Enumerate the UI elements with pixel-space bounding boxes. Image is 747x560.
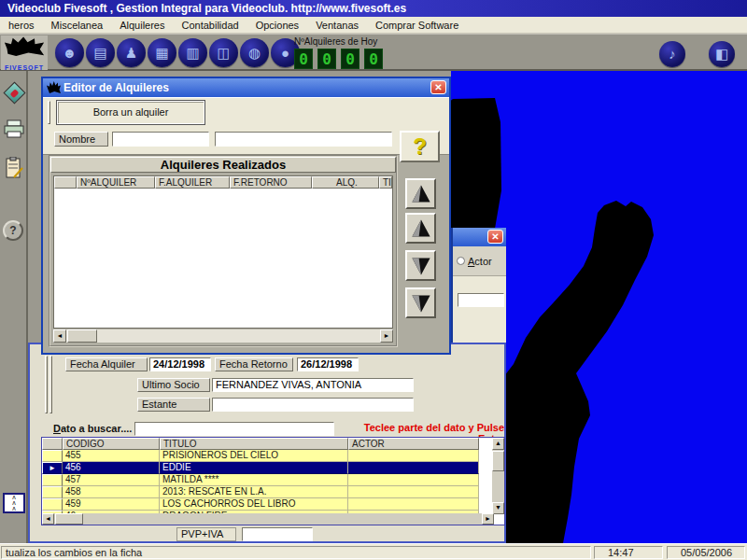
col-titulo[interactable]: TITULO bbox=[379, 176, 392, 189]
up-triangle-icon bbox=[410, 183, 432, 205]
scroll-up-icon[interactable]: ▲ bbox=[492, 438, 504, 450]
scroll-up-button-2[interactable] bbox=[405, 213, 436, 244]
money-icon[interactable]: ◍ bbox=[240, 38, 269, 67]
row-pointer-icon: ► bbox=[42, 462, 63, 474]
music-icon[interactable]: ♪ bbox=[659, 41, 685, 67]
help-question-icon: ? bbox=[413, 133, 427, 159]
col-codigo[interactable]: CODIGO bbox=[63, 438, 160, 450]
gripper[interactable] bbox=[48, 101, 50, 124]
actor-radio-label: Actor bbox=[468, 256, 492, 267]
actor-option-row: Actor bbox=[453, 246, 506, 276]
clipboard-icon[interactable] bbox=[3, 157, 25, 179]
scroll-down-button-1[interactable] bbox=[405, 250, 436, 281]
col-falquiler[interactable]: F.ALQUILER bbox=[155, 176, 230, 189]
grid-header-row: CODIGO TITULO ACTOR bbox=[42, 438, 504, 450]
archive-icon[interactable]: ʌʌʌ bbox=[3, 493, 25, 515]
dialog-titlebar[interactable]: Editor de Alquileres ✕ bbox=[43, 78, 449, 97]
col-titulo[interactable]: TITULO bbox=[160, 438, 348, 450]
scroll-left-icon[interactable]: ◄ bbox=[42, 513, 54, 525]
delete-rental-button[interactable]: Borra un alquiler bbox=[56, 100, 205, 125]
fecha-alquiler-input[interactable]: 24/12/1998 bbox=[149, 357, 211, 371]
table-row-selected[interactable]: ► 456 EDDIE bbox=[42, 462, 504, 474]
actor-window-titlebar[interactable]: ✕ bbox=[453, 228, 506, 246]
status-message: tualiza los cambios en la ficha bbox=[1, 546, 591, 559]
rentals-table-header: NºALQUILER F.ALQUILER F.RETORNO ALQ. TIT… bbox=[54, 176, 392, 189]
fecha-alquiler-label: Fecha Alquiler bbox=[65, 357, 148, 371]
menu-comprar-software[interactable]: Comprar Software bbox=[367, 20, 467, 31]
app-titlebar: Videoclub Fivesoft , Gestion Integral pa… bbox=[0, 0, 747, 17]
rentals-table-title: Alquileres Realizados bbox=[50, 157, 396, 173]
scroll-left-icon[interactable]: ◄ bbox=[53, 329, 66, 343]
member-card-icon[interactable] bbox=[3, 82, 25, 105]
nombre-input-2[interactable] bbox=[215, 132, 392, 147]
actor-radio[interactable] bbox=[457, 257, 465, 265]
actor-input[interactable] bbox=[458, 293, 504, 307]
menu-contabilidad[interactable]: Contabilidad bbox=[173, 20, 247, 31]
scroll-down-button-2[interactable] bbox=[405, 287, 436, 318]
films-grid: CODIGO TITULO ACTOR 455 PRISIONEROS DEL … bbox=[41, 437, 505, 525]
scroll-up-button-1[interactable] bbox=[405, 178, 436, 209]
rentals-table[interactable]: NºALQUILER F.ALQUILER F.RETORNO ALQ. TIT… bbox=[53, 175, 393, 329]
printer-icon[interactable]: ▦ bbox=[148, 38, 176, 67]
members-icon[interactable]: ☻ bbox=[55, 38, 84, 67]
menu-bar: heros Miscelanea Alquileres Contabilidad… bbox=[0, 17, 747, 34]
application-window: Videoclub Fivesoft , Gestion Integral pa… bbox=[0, 0, 747, 560]
table-row[interactable]: 457 MATILDA **** bbox=[42, 474, 504, 486]
pvp-iva-input[interactable] bbox=[242, 527, 313, 541]
status-date: 05/05/2006 bbox=[667, 546, 745, 559]
estante-input[interactable] bbox=[212, 398, 414, 412]
menu-alquileres[interactable]: Alquileres bbox=[111, 20, 173, 31]
rentals-group-panel: Alquileres Realizados NºALQUILER F.ALQUI… bbox=[49, 155, 398, 347]
hscroll-thumb[interactable] bbox=[55, 513, 83, 525]
help-button[interactable]: ? bbox=[400, 131, 440, 162]
camera-icon[interactable]: ◫ bbox=[209, 38, 238, 67]
ultimo-socio-input[interactable]: FERNANDEZ VIVAS, ANTONIA bbox=[212, 378, 414, 392]
hscroll-thumb[interactable] bbox=[67, 329, 97, 343]
search-input[interactable] bbox=[134, 422, 334, 436]
menu-miscelanea[interactable]: Miscelanea bbox=[43, 20, 112, 31]
scroll-right-icon[interactable]: ► bbox=[380, 329, 393, 343]
dialog-close-button[interactable]: ✕ bbox=[430, 80, 446, 94]
table-row[interactable]: 458 2013: RESCATE EN L.A. bbox=[42, 486, 504, 498]
led-digit: 0 bbox=[317, 49, 336, 69]
side-toolbar: ? ʌʌʌ bbox=[0, 71, 28, 543]
rentals-horizontal-scrollbar[interactable]: ◄ ► bbox=[53, 329, 393, 343]
col-fretorno[interactable]: F.RETORNO bbox=[230, 176, 312, 189]
app-title: Videoclub Fivesoft , Gestion Integral pa… bbox=[7, 2, 406, 15]
scroll-right-icon[interactable]: ► bbox=[482, 513, 494, 525]
gripper[interactable] bbox=[45, 356, 48, 413]
actor-close-button[interactable]: ✕ bbox=[487, 230, 503, 244]
led-digit: 0 bbox=[341, 49, 359, 69]
register-icon[interactable]: ▥ bbox=[178, 38, 207, 67]
fecha-retorno-input[interactable]: 26/12/1998 bbox=[297, 357, 359, 371]
person-icon[interactable]: ♟ bbox=[117, 38, 146, 67]
table-row[interactable]: 459 LOS CACHORROS DEL LIBRO bbox=[42, 498, 504, 511]
editor-alquileres-dialog: Editor de Alquileres ✕ Borra un alquiler… bbox=[41, 77, 451, 355]
main-toolbar: FIVESOFT ☻ ▤ ♟ ▦ ▥ ◫ ◍ ● NºAlquileres de… bbox=[0, 34, 747, 71]
nombre-input-1[interactable] bbox=[112, 132, 209, 147]
fecha-retorno-label: Fecha Retorno bbox=[215, 357, 293, 371]
hand-logo-icon bbox=[4, 36, 45, 57]
menu-ventanas[interactable]: Ventanas bbox=[307, 20, 367, 31]
col-alq[interactable]: ALQ. bbox=[312, 176, 379, 189]
down-triangle-icon bbox=[410, 255, 432, 277]
hand-icon bbox=[47, 81, 61, 93]
col-nalquiler[interactable]: NºALQUILER bbox=[77, 176, 155, 189]
grid-selector-header bbox=[42, 438, 63, 450]
grid-horizontal-scrollbar[interactable]: ◄ ► bbox=[42, 513, 494, 525]
fivesoft-logo: FIVESOFT bbox=[1, 35, 48, 70]
exit-icon[interactable]: ◧ bbox=[709, 41, 735, 67]
table-row[interactable]: 455 PRISIONEROS DEL CIELO bbox=[42, 450, 504, 462]
gripper[interactable] bbox=[49, 356, 52, 413]
grid-vertical-scrollbar[interactable]: ▲ ▼ bbox=[492, 438, 504, 514]
film-record-window: Fecha Alquiler 24/12/1998 Fecha Retorno … bbox=[28, 343, 506, 543]
vscroll-thumb[interactable] bbox=[492, 451, 504, 471]
menu-opciones[interactable]: Opciones bbox=[247, 20, 307, 31]
pvp-iva-label: PVP+IVA bbox=[176, 527, 236, 541]
menu-ficheros[interactable]: heros bbox=[0, 20, 43, 31]
nombre-label: Nombre bbox=[54, 132, 108, 147]
print-icon[interactable] bbox=[3, 119, 25, 142]
help-round-button[interactable]: ? bbox=[3, 220, 25, 243]
tape-icon[interactable]: ▤ bbox=[86, 38, 115, 67]
col-actor[interactable]: ACTOR bbox=[348, 438, 479, 450]
